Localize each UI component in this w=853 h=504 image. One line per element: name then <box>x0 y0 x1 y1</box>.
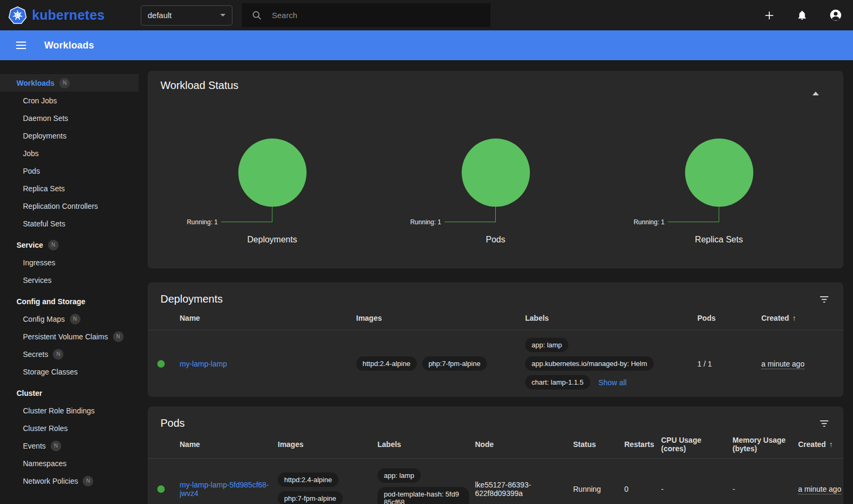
menu-button[interactable] <box>16 39 26 51</box>
created-timestamp[interactable]: a minute ago <box>798 485 841 494</box>
sidebar-item-cluster-role-bindings[interactable]: Cluster Role Bindings <box>0 402 139 419</box>
sidebar-item-secrets[interactable]: Secrets N <box>0 345 139 363</box>
column-header-cpu[interactable]: CPU Usage (cores) <box>661 432 733 458</box>
sidebar-item-config-maps[interactable]: Config Maps N <box>0 310 139 328</box>
pod-cpu-usage: - <box>661 475 733 504</box>
sidebar-item-cluster-roles[interactable]: Cluster Roles <box>0 419 139 437</box>
label-chip: app: lamp <box>377 468 421 483</box>
account-icon <box>829 9 842 22</box>
pods-pie[interactable] <box>462 139 530 207</box>
new-badge: N <box>53 349 63 360</box>
sidebar-item-storage-classes[interactable]: Storage Classes <box>0 363 139 380</box>
sidebar-item-network-policies[interactable]: Network Policies N <box>0 472 139 490</box>
namespace-value: default <box>148 11 172 20</box>
column-header-memory[interactable]: Memory Usage (bytes) <box>733 432 798 458</box>
label-chip: app.kubernetes.io/managed-by: Helm <box>525 356 654 371</box>
workload-status-title: Workload Status <box>160 79 831 92</box>
sidebar-item-replica-sets[interactable]: Replica Sets <box>0 180 139 197</box>
notifications-button[interactable] <box>795 9 809 22</box>
deployments-title: Deployments <box>160 293 223 305</box>
column-header-name[interactable]: Name <box>180 307 356 330</box>
namespace-selector[interactable]: default <box>141 5 232 26</box>
deployments-table-header: Name Images Labels Pods Created↑ <box>148 307 843 330</box>
deployment-name-link[interactable]: my-lamp-lamp <box>180 360 227 368</box>
show-all-link[interactable]: Show all <box>599 378 627 387</box>
column-header-pods[interactable]: Pods <box>697 307 761 330</box>
deployments-pie[interactable] <box>238 139 307 207</box>
chart-legend-label: Running: 1 <box>187 218 218 226</box>
sidebar-item-cron-jobs[interactable]: Cron Jobs <box>0 92 139 109</box>
sidebar-item-deployments[interactable]: Deployments <box>0 127 139 144</box>
account-button[interactable] <box>828 7 843 23</box>
search-bar[interactable] <box>242 3 490 27</box>
column-header-node[interactable]: Node <box>475 436 573 454</box>
deployments-card: Deployments Name Images Labels Pods Crea… <box>148 282 843 397</box>
chart-deployments: Running: 1 Deployments <box>160 139 384 245</box>
main-content: Workload Status Running: 1 Deployments <box>139 60 853 504</box>
status-ok-icon <box>157 485 165 493</box>
sort-asc-icon: ↑ <box>792 314 796 322</box>
collapse-button[interactable] <box>810 82 821 94</box>
pod-status: Running <box>573 475 624 504</box>
sidebar-item-daemon-sets[interactable]: Daemon Sets <box>0 109 139 127</box>
new-badge: N <box>51 441 61 451</box>
pods-card: Pods Name Images Labels Node Status Rest… <box>148 407 843 504</box>
search-input[interactable] <box>272 11 481 20</box>
search-icon <box>252 10 262 21</box>
chart-legend-label: Running: 1 <box>410 218 441 226</box>
column-header-images[interactable]: Images <box>278 436 377 454</box>
pod-name-link[interactable]: my-lamp-lamp-5fd985cf68-jwvz4 <box>180 481 270 498</box>
replica-sets-pie[interactable] <box>685 139 753 207</box>
pods-title: Pods <box>160 417 185 429</box>
column-header-labels[interactable]: Labels <box>377 436 475 454</box>
new-badge: N <box>70 314 81 324</box>
chart-title: Deployments <box>247 235 297 245</box>
column-header-created[interactable]: Created↑ <box>761 307 843 330</box>
column-header-labels[interactable]: Labels <box>525 307 697 330</box>
sidebar: Workloads N Cron Jobs Daemon Sets Deploy… <box>0 60 139 504</box>
sidebar-item-ingresses[interactable]: Ingresses <box>0 254 139 271</box>
workload-status-card: Workload Status Running: 1 Deployments <box>148 71 843 269</box>
chart-title: Replica Sets <box>695 235 743 245</box>
image-chip: php:7-fpm-alpine <box>422 356 487 371</box>
sidebar-item-persistent-volume-claims[interactable]: Persistent Volume Claims N <box>0 328 139 345</box>
chart-replica-sets: Running: 1 Replica Sets <box>607 139 831 245</box>
filter-button[interactable] <box>818 418 831 429</box>
caret-up-icon <box>812 84 819 95</box>
action-bar: Workloads <box>0 30 853 60</box>
sidebar-item-pods[interactable]: Pods <box>0 162 139 180</box>
filter-button[interactable] <box>818 294 831 305</box>
chart-pods: Running: 1 Pods <box>384 139 607 245</box>
caret-down-icon <box>220 14 226 17</box>
leader-line <box>221 207 272 222</box>
column-header-status[interactable]: Status <box>573 436 624 454</box>
column-header-restarts[interactable]: Restarts <box>624 436 661 454</box>
pod-restarts: 0 <box>624 475 661 504</box>
brand[interactable]: kubernetes <box>9 6 141 25</box>
page-title: Workloads <box>44 40 94 51</box>
sidebar-item-jobs[interactable]: Jobs <box>0 144 139 162</box>
sidebar-item-config-and-storage[interactable]: Config and Storage <box>0 292 139 310</box>
sidebar-item-replication-controllers[interactable]: Replication Controllers <box>0 197 139 215</box>
sidebar-item-cluster[interactable]: Cluster <box>0 384 139 402</box>
chart-title: Pods <box>486 235 505 245</box>
leader-line <box>668 207 719 222</box>
pod-memory-usage: - <box>733 475 798 504</box>
sidebar-item-stateful-sets[interactable]: Stateful Sets <box>0 215 139 232</box>
column-header-images[interactable]: Images <box>356 307 525 330</box>
label-chip: app: lamp <box>525 338 568 352</box>
status-ok-icon <box>157 360 165 368</box>
kubernetes-logo <box>9 6 27 25</box>
pods-count: 1 / 1 <box>697 352 761 376</box>
workload-status-charts: Running: 1 Deployments Running: 1 Pods <box>160 139 831 245</box>
sidebar-item-namespaces[interactable]: Namespaces <box>0 454 139 472</box>
column-header-name[interactable]: Name <box>180 436 278 454</box>
sidebar-item-workloads[interactable]: Workloads N <box>0 74 139 92</box>
sidebar-item-service[interactable]: Service N <box>0 236 139 254</box>
column-header-created[interactable]: Created↑ <box>798 436 843 454</box>
created-timestamp[interactable]: a minute ago <box>761 360 804 369</box>
sidebar-item-services[interactable]: Services <box>0 271 139 289</box>
new-badge: N <box>83 476 93 486</box>
create-button[interactable] <box>762 9 776 22</box>
sidebar-item-events[interactable]: Events N <box>0 437 139 454</box>
